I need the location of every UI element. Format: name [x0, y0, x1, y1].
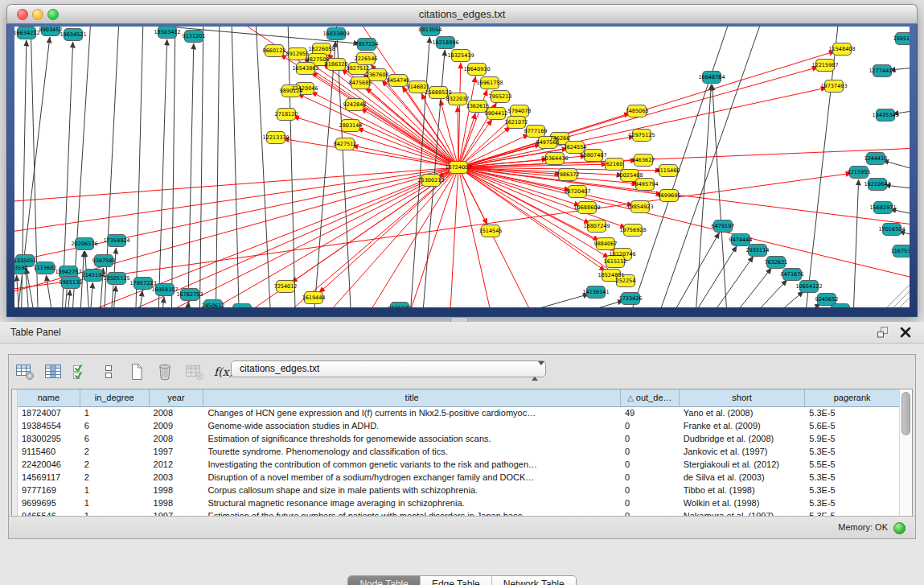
citation-network-graph[interactable]: 1872400786601238912955182260589827508165…: [14, 27, 910, 307]
network-node-label: 14136141: [582, 289, 609, 295]
column-header-in-degree[interactable]: in_degree: [80, 389, 150, 406]
network-node-label: 13505115: [103, 275, 129, 282]
network-node-label: 8215955: [848, 169, 871, 175]
column-header-name[interactable]: name: [18, 389, 80, 406]
tab-node-table[interactable]: Node Table: [348, 576, 421, 585]
memory-status-label: Memory: OK: [838, 517, 888, 538]
table-row[interactable]: 1830029562008Estimation of significance …: [18, 432, 900, 445]
table-cell: Investigating the contribution of common…: [203, 458, 621, 471]
network-node-label: 9115460: [657, 167, 680, 174]
table-toolbar: f(x): [15, 359, 233, 385]
table-row[interactable]: 977716911998Corpus callosum shape and si…: [18, 484, 900, 496]
table-row[interactable]: 2242004622012Investigating the contribut…: [18, 458, 900, 471]
network-edge: [537, 301, 623, 307]
close-panel-icon[interactable]: [898, 325, 913, 340]
network-edge: [458, 147, 910, 167]
scrollbar-thumb[interactable]: [901, 392, 910, 435]
table-row[interactable]: 1938455462009Genome-wide association stu…: [18, 419, 900, 432]
delete-icon[interactable]: [156, 362, 175, 381]
network-node-label: 7986372: [556, 171, 580, 178]
network-edge: [137, 290, 142, 307]
table-tab-group: Node TableEdge TableNetwork Table: [347, 575, 576, 585]
network-node-label: 13435345: [872, 112, 898, 118]
network-node-label: 16634212: [14, 30, 40, 36]
network-node-label: 1362615: [466, 103, 490, 109]
network-edge: [159, 297, 164, 307]
network-node-label: 1621072: [505, 119, 528, 126]
network-canvas[interactable]: 1872400786601238912955182260589827508165…: [14, 27, 910, 307]
table-header-row: namein_degreeyeartitle△out_de…shortpager…: [18, 389, 900, 407]
network-node-label: 10807487: [580, 152, 606, 159]
network-node-label: 1167533: [891, 248, 910, 254]
window-titlebar[interactable]: citations_edges.txt: [6, 4, 918, 24]
select-rows-icon[interactable]: [72, 362, 91, 381]
network-node-label: 9904412: [485, 110, 508, 117]
network-edge: [298, 94, 458, 167]
network-node-label: 9777169: [524, 128, 548, 134]
network-node-label: 8813054: [419, 27, 442, 33]
table-selector-dropdown[interactable]: citations_edges.txt: [231, 360, 546, 377]
column-header-out-de-[interactable]: △out_de…: [621, 389, 680, 406]
resize-grip-icon[interactable]: [887, 285, 910, 307]
column-header-pagerank[interactable]: pagerank: [805, 389, 900, 406]
table-tabbar: Node TableEdge TableNetwork Table: [9, 575, 915, 585]
network-node-label: 19756928: [619, 227, 646, 233]
network-view-frame: 1872400786601238912955182260589827508165…: [6, 24, 918, 317]
table-cell: 2: [80, 471, 150, 484]
network-edge: [458, 119, 492, 167]
table-cell: 0: [621, 432, 680, 445]
column-header-title[interactable]: title: [203, 389, 621, 406]
network-edge: [199, 27, 203, 307]
new-document-icon[interactable]: [128, 362, 147, 381]
table-cell: Franke et al. (2009): [680, 419, 806, 432]
table-cell: 5.3E-5: [805, 445, 900, 458]
table-cell: 1: [80, 496, 150, 509]
network-node-label: 25300213: [417, 177, 444, 183]
network-node-label: 8454749: [387, 77, 410, 84]
network-node-label: 2367608: [366, 72, 389, 78]
table-cell: Tourette syndrome. Phenomenology and cla…: [203, 445, 621, 458]
network-node-label: 9463627: [632, 157, 655, 163]
network-node-label: 9135172: [388, 305, 412, 307]
table-cell: 14569117: [18, 471, 80, 484]
network-node-label: 7632621: [765, 259, 788, 266]
resize-grip-icon[interactable]: [893, 291, 910, 307]
table-cell: 5.3E-5: [805, 496, 900, 509]
table-cell: 5.6E-5: [805, 419, 900, 432]
table-cell: 1: [80, 484, 150, 496]
network-node-label: 12215987: [811, 62, 838, 68]
table-cell: 9699695: [18, 496, 80, 509]
table-cell: Dudbridge et al. (2008): [680, 432, 806, 445]
table-row[interactable]: 1872400712008Changes of HCN gene express…: [18, 406, 900, 419]
network-edge: [458, 167, 910, 284]
table-row[interactable]: 911546021997Tourette syndrome. Phenomeno…: [18, 445, 900, 458]
attribute-table: namein_degreeyeartitle△out_de…shortpager…: [11, 389, 913, 536]
window-title: citations_edges.txt: [7, 5, 917, 23]
network-node-label: 2935114: [746, 247, 770, 253]
tab-network-table[interactable]: Network Table: [492, 576, 576, 585]
column-header-short[interactable]: short: [680, 389, 806, 406]
float-window-icon[interactable]: [876, 325, 890, 340]
network-node-label: 19034521: [60, 31, 86, 38]
tab-edge-table[interactable]: Edge Table: [421, 576, 492, 585]
network-edge: [88, 282, 92, 307]
network-node-label: 9245061: [231, 307, 254, 307]
delete-table-disabled-icon: [184, 362, 203, 381]
network-node-label: 19854923: [626, 204, 653, 210]
network-node-label: 8322037: [446, 96, 470, 102]
table-row[interactable]: 1456911722003Disruption of a novel membe…: [18, 471, 900, 484]
network-node-label: 19218896: [432, 39, 458, 46]
network-edge: [883, 160, 910, 176]
column-header-year[interactable]: year: [150, 389, 204, 406]
table-scrollbar[interactable]: [899, 389, 912, 535]
table-cell: 5.3E-5: [805, 406, 900, 419]
network-node-label: 20206576: [71, 241, 97, 247]
table-column-icon[interactable]: [43, 362, 63, 381]
row-pair-icon[interactable]: [100, 362, 119, 381]
table-row[interactable]: 969969511998Structural magnetic resonanc…: [18, 496, 900, 509]
network-node-label: 17016504: [878, 226, 905, 233]
table-cell: 2008: [150, 432, 204, 445]
table-cell: Yano et al. (2008): [680, 406, 806, 419]
table-settings-icon[interactable]: [15, 362, 35, 381]
network-node-label: 8475685: [349, 80, 372, 86]
